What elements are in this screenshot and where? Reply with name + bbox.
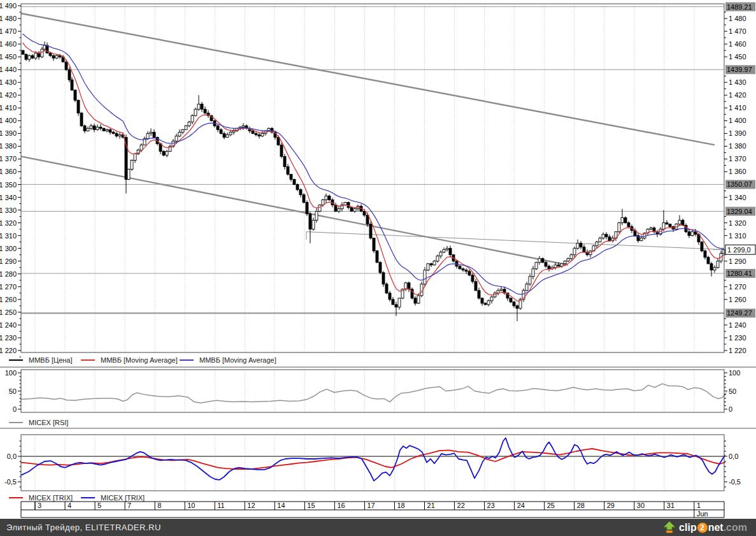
clip2net-logo[interactable]: clip 2 net .com: [663, 521, 747, 533]
left-axis-label: 1 220: [0, 347, 17, 354]
left-axis-label: 1 330: [0, 206, 17, 214]
right-axis-label: 1 290: [729, 257, 746, 265]
price-axes: 1 4901 4801 4701 4601 4501 4401 4301 420…: [0, 2, 755, 357]
left-axis-label: 1 300: [0, 245, 17, 252]
rsi-legend: MICEX [RSI]: [0, 417, 756, 428]
trix-legend: MICEX [TRIX] MICEX [TRIX]: [0, 493, 756, 503]
rsi-left-label: 50: [9, 388, 17, 395]
left-axis-label: 1 290: [0, 257, 17, 265]
left-axis-label: 1 350: [0, 181, 17, 189]
date-axis: 3457810111214151617182122232425282930311…: [21, 502, 724, 518]
legend-item-ma-fast: ММВБ [Moving Average]: [81, 355, 178, 365]
highlighted-axis-label: 1489.21: [727, 3, 752, 11]
left-axis-label: 1 260: [0, 296, 17, 303]
legend-item-price: ММВБ [Цена]: [9, 355, 73, 365]
right-axis-label: 1 470: [729, 27, 746, 35]
right-axis-label: 1 260: [729, 296, 746, 303]
left-axis-label: 1 230: [0, 334, 17, 342]
logo-text-com: .com: [724, 522, 747, 533]
highlighted-axis-label: 1350.07: [727, 180, 752, 188]
right-axis-label: 1 320: [729, 219, 746, 227]
right-axis-label: 1 420: [729, 91, 746, 99]
right-axis-label: 1 410: [729, 104, 746, 112]
rsi-panel: [21, 370, 726, 412]
right-axis-label: 1 390: [729, 129, 746, 137]
rsi-line-sample: [9, 422, 23, 423]
right-axis-label: 1 310: [729, 232, 746, 240]
left-axis-label: 1 440: [0, 66, 17, 73]
right-axis-label: 1 400: [729, 117, 746, 124]
trix-blue-line-sample: [81, 497, 95, 498]
price-line-label: ММВБ [Цена]: [29, 356, 73, 364]
upload-arrow-icon: [663, 521, 676, 533]
right-axis-label: 1 480: [729, 15, 746, 22]
left-axis-label: 1 310: [0, 232, 17, 240]
left-axis-label: 1 360: [0, 168, 17, 175]
right-axis-label: 1 450: [729, 53, 746, 61]
rsi-left-label: 100: [5, 369, 17, 377]
right-axis-label: 1 460: [729, 40, 746, 48]
right-axis-label: 1 370: [729, 155, 746, 163]
trading-terminal-screenshot: 1 4901 4801 4701 4601 4501 4401 4301 420…: [0, 0, 756, 536]
right-axis-label: 1 340: [729, 194, 746, 201]
trix-plot-border: [21, 435, 724, 491]
left-axis-label: 1 460: [0, 40, 17, 48]
month-label: Jun: [697, 510, 708, 518]
right-axis-label: 1 270: [729, 283, 746, 291]
left-axis-label: 1 450: [0, 53, 17, 61]
price-legend: ММВБ [Цена] ММВБ [Moving Average] ММВБ […: [0, 355, 756, 365]
legend-item-rsi: MICEX [RSI]: [9, 417, 68, 428]
legend-item-trix-red: MICEX [TRIX]: [9, 493, 73, 503]
highlighted-axis-label: 1439.97: [727, 66, 752, 73]
trix-left-label: 0,0: [7, 453, 17, 460]
watermark-text: Элитный Трейдер, ELITETRADER.RU: [0, 523, 161, 532]
highlighted-axis-label: 1249.27: [727, 309, 752, 317]
rsi-line-label: MICEX [RSI]: [29, 419, 68, 426]
rsi-right-label: 0: [729, 405, 732, 413]
left-axis-label: 1 390: [0, 129, 17, 137]
legend-item-ma-slow: ММВБ [Moving Average]: [180, 355, 276, 365]
rsi-left-label: 0: [13, 405, 17, 413]
ma-fast-line-label: ММВБ [Moving Average]: [101, 356, 178, 364]
highlighted-axis-label: 1329.04: [727, 208, 752, 215]
left-axis-label: 1 430: [0, 78, 17, 86]
ma-slow-line-sample: [180, 359, 194, 361]
chart-area: 1 4901 4801 4701 4601 4501 4401 4301 420…: [0, 0, 756, 519]
price-line-sample: [9, 359, 23, 361]
logo-text-clip: clip: [679, 522, 697, 533]
right-axis-label: 1 220: [729, 347, 746, 354]
trix-left-label: -0,5: [4, 478, 17, 486]
left-axis-label: 1 380: [0, 142, 17, 150]
current-price-label: 1 299,0: [727, 246, 751, 254]
left-axis-label: 1 400: [0, 117, 17, 124]
left-axis-label: 1 480: [0, 15, 17, 22]
rsi-right-label: 100: [729, 369, 740, 377]
logo-text-net: net: [708, 522, 724, 533]
legend-item-trix-blue: MICEX [TRIX]: [81, 493, 145, 503]
left-axis-label: 1 420: [0, 91, 17, 99]
left-axis-label: 1 490: [0, 2, 17, 10]
candles-layer: [22, 41, 725, 321]
trix-blue-line-label: MICEX [TRIX]: [101, 494, 145, 502]
left-axis-label: 1 240: [0, 321, 17, 329]
highlighted-axis-label: 1280.41: [727, 270, 752, 277]
right-axis-label: 1 380: [729, 142, 746, 150]
trix-red-line-sample: [9, 497, 23, 498]
charts-svg: 1 4901 4801 4701 4601 4501 4401 4301 420…: [0, 0, 756, 519]
right-axis-label: 1 430: [729, 78, 746, 86]
right-axis-label: 1 360: [729, 168, 746, 175]
left-axis-label: 1 270: [0, 283, 17, 291]
rsi-axes: 100100505000: [5, 369, 741, 413]
ma-slow-line-label: ММВБ [Moving Average]: [199, 356, 276, 364]
left-axis-label: 1 470: [0, 27, 17, 35]
trix-right-label: 0,0: [729, 453, 738, 460]
left-axis-label: 1 410: [0, 104, 17, 112]
trix-panel: [21, 435, 725, 491]
rsi-right-label: 50: [729, 388, 736, 395]
left-axis-label: 1 320: [0, 219, 17, 227]
left-axis-label: 1 280: [0, 270, 17, 278]
right-axis-label: 1 230: [729, 334, 746, 342]
trend-line: [21, 156, 568, 264]
trix-red-line-label: MICEX [TRIX]: [29, 494, 73, 502]
left-axis-label: 1 250: [0, 308, 17, 316]
